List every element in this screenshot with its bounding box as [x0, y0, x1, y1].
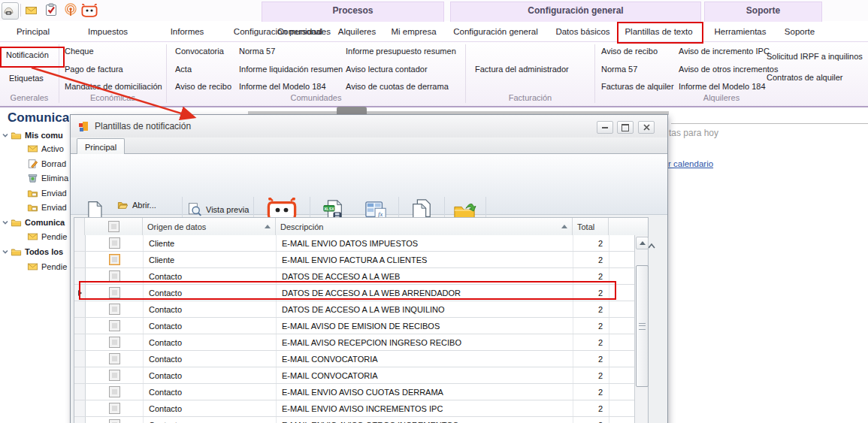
row-checkbox[interactable]	[109, 337, 120, 348]
chevron-down-icon[interactable]	[2, 219, 9, 226]
cell-descripcion[interactable]: E-MAIL AVISO RECEPCION INGRESO RECIBO	[277, 334, 573, 350]
tab-datos-basicos[interactable]: Datos básicos	[551, 23, 615, 41]
abrir-button[interactable]: Abrir...	[117, 197, 156, 213]
ribbon-button-informe-liquidacion[interactable]: Informe liquidación resumen	[239, 65, 343, 74]
tab-comunidades[interactable]: Comunidades	[268, 23, 340, 41]
row-checkbox-cell[interactable]	[86, 367, 144, 383]
vertical-scrollbar[interactable]	[634, 235, 648, 423]
cell-descripcion[interactable]: DATOS DE ACCESO A LA WEB ARRENDADOR	[277, 285, 573, 301]
close-button[interactable]	[638, 121, 655, 134]
cell-origen-de-datos[interactable]: Contacto	[144, 367, 277, 383]
row-checkbox-cell[interactable]	[86, 334, 144, 350]
table-row[interactable]: Contacto E-MAIL CONVOCATORIA 2	[74, 351, 635, 367]
column-header-total[interactable]: Total	[573, 218, 609, 235]
ribbon-button-aviso-cuotas[interactable]: Aviso de cuotas de derrama	[346, 82, 449, 91]
tree-node-enviados-2[interactable]: Enviad	[27, 200, 67, 215]
ribbon-button-norma57-alq[interactable]: Norma 57	[601, 65, 637, 74]
cell-origen-de-datos[interactable]: Cliente	[144, 235, 277, 251]
row-checkbox-cell[interactable]	[86, 384, 144, 400]
cell-descripcion[interactable]: DATOS DE ACCESO A LA WEB	[277, 268, 573, 284]
table-row[interactable]: Contacto E-MAIL ENVIO AVISO INCREMENTOS …	[74, 400, 635, 417]
cell-origen-de-datos[interactable]: Cliente	[144, 252, 277, 267]
cell-origen-de-datos[interactable]: Contacto	[144, 384, 277, 400]
ribbon-button-cheque[interactable]: Cheque	[65, 47, 94, 56]
ribbon-button-informe-modelo184[interactable]: Informe del Modelo 184	[239, 82, 326, 91]
row-checkbox[interactable]	[109, 320, 120, 331]
tree-node-eliminados[interactable]: Elimina	[27, 171, 68, 186]
ribbon-button-informe-modelo184-alq[interactable]: Informe del Modelo 184	[679, 82, 766, 91]
tree-node-todos-los[interactable]: Todos los	[2, 244, 63, 259]
chevron-down-icon[interactable]	[2, 131, 9, 139]
cell-descripcion[interactable]: E-MAIL ENVIO FACTURA A CLIENTES	[277, 252, 573, 267]
row-checkbox[interactable]	[109, 403, 120, 414]
row-checkbox[interactable]	[109, 370, 120, 381]
ribbon-button-factura-administrador[interactable]: Factura del administrador	[475, 65, 569, 74]
minimize-button[interactable]	[597, 121, 613, 134]
tree-node-borradores[interactable]: Borrad	[27, 156, 66, 171]
cell-descripcion[interactable]: E-MAIL ENVIO AVISO CUOTAS DERRAMA	[277, 384, 573, 400]
tree-node-enviados-1[interactable]: Enviad	[27, 186, 67, 201]
tab-plantillas-de-texto[interactable]: Plantillas de texto	[618, 23, 699, 41]
ribbon-button-aviso-otros-incrementos[interactable]: Aviso de otros incrementos	[679, 65, 778, 74]
robot-icon[interactable]	[81, 4, 98, 17]
row-checkbox-cell[interactable]	[86, 417, 144, 423]
app-menu-button[interactable]	[2, 2, 19, 20]
tab-informes[interactable]: Informes	[154, 23, 220, 41]
table-row[interactable]: Contacto DATOS DE ACCESO A LA WEB 2	[74, 268, 635, 285]
cell-origen-de-datos[interactable]: Contacto	[144, 268, 277, 284]
broadcast-icon[interactable]	[64, 3, 77, 17]
row-checkbox-cell[interactable]	[86, 268, 144, 284]
ribbon-button-aviso-lectura[interactable]: Aviso lectura contador	[346, 65, 428, 74]
table-row[interactable]: Contacto E-MAIL AVISO RECEPCION INGRESO …	[74, 334, 635, 351]
table-row[interactable]: Contacto E-MAIL ENVIO AVISO CUOTAS DERRA…	[74, 384, 635, 400]
ribbon-button-mandatos[interactable]: Mandatos de domiciliación	[65, 82, 162, 91]
cell-descripcion[interactable]: E-MAIL ENVIO AVISO OTROS INCREMENTOS	[277, 417, 573, 423]
cell-origen-de-datos[interactable]: Contacto	[144, 417, 277, 423]
cell-origen-de-datos[interactable]: Contacto	[144, 318, 277, 334]
cell-origen-de-datos[interactable]: Contacto	[144, 285, 277, 301]
ribbon-button-convocatoria[interactable]: Convocatoria	[175, 47, 224, 56]
scroll-up-button[interactable]	[636, 237, 649, 249]
row-checkbox-cell[interactable]	[86, 351, 144, 367]
row-checkbox[interactable]	[109, 353, 120, 364]
ribbon-button-aviso-de-recibo[interactable]: Aviso de recibo	[175, 82, 231, 91]
row-checkbox[interactable]	[109, 237, 120, 249]
row-checkbox-cell[interactable]	[86, 400, 144, 416]
ribbon-button-etiquetas[interactable]: Etiquetas	[9, 74, 44, 83]
row-checkbox[interactable]	[109, 287, 120, 298]
ribbon-button-informe-presupuesto[interactable]: Informe presupuesto resumen	[346, 47, 456, 56]
tree-node-mis-comunidades[interactable]: Mis comu	[2, 128, 63, 143]
mail-icon[interactable]	[25, 5, 38, 17]
tab-impuestos[interactable]: Impuestos	[72, 23, 144, 41]
cell-descripcion[interactable]: E-MAIL ENVIO AVISO INCREMENTOS IPC	[277, 400, 573, 416]
chevron-down-icon[interactable]	[2, 248, 9, 255]
tasks-icon[interactable]	[44, 3, 58, 17]
cell-origen-de-datos[interactable]: Contacto	[144, 301, 277, 317]
select-all-checkbox[interactable]	[108, 221, 119, 232]
select-all-column-header[interactable]	[85, 218, 143, 235]
row-checkbox-cell[interactable]	[86, 318, 144, 334]
ribbon-button-aviso-recibo-alq[interactable]: Aviso de recibo	[601, 47, 658, 56]
ribbon-button-pago-de-factura[interactable]: Pago de factura	[65, 65, 123, 74]
dialog-tab-principal[interactable]: Principal	[77, 138, 125, 155]
cell-origen-de-datos[interactable]: Contacto	[144, 334, 277, 350]
tab-soporte[interactable]: Soporte	[776, 23, 823, 41]
cell-origen-de-datos[interactable]: Contacto	[144, 400, 277, 416]
cell-descripcion[interactable]: E-MAIL CONVOCATORIA	[277, 367, 573, 383]
ribbon-button-contratos-alquiler[interactable]: Contratos de alquiler	[767, 73, 843, 82]
cell-descripcion[interactable]: E-MAIL ENVIO DATOS IMPUESTOS	[277, 235, 573, 251]
cell-descripcion[interactable]: E-MAIL AVISO DE EMISION DE RECIBOS	[277, 318, 573, 334]
table-row[interactable]: Contacto DATOS DE ACCESO A LA WEB INQUIL…	[74, 301, 635, 318]
row-checkbox-cell[interactable]	[86, 252, 144, 267]
dialog-title-bar[interactable]: Plantillas de notificación	[71, 115, 667, 138]
table-row[interactable]: Cliente E-MAIL ENVIO FACTURA A CLIENTES …	[74, 252, 635, 268]
cell-origen-de-datos[interactable]: Contacto	[144, 351, 277, 367]
row-checkbox-cell[interactable]	[86, 301, 144, 317]
ribbon-button-facturas-alquiler[interactable]: Facturas de alquiler	[601, 82, 674, 91]
tab-alquileres[interactable]: Alquileres	[334, 23, 380, 41]
tree-node-activo[interactable]: Activo	[27, 141, 64, 156]
maximize-button[interactable]	[617, 121, 634, 134]
tab-configuracion-general[interactable]: Configuración general	[452, 23, 539, 41]
column-header-descripcion[interactable]: Descripción	[276, 218, 573, 235]
calendar-link[interactable]: r calendario	[668, 159, 713, 168]
